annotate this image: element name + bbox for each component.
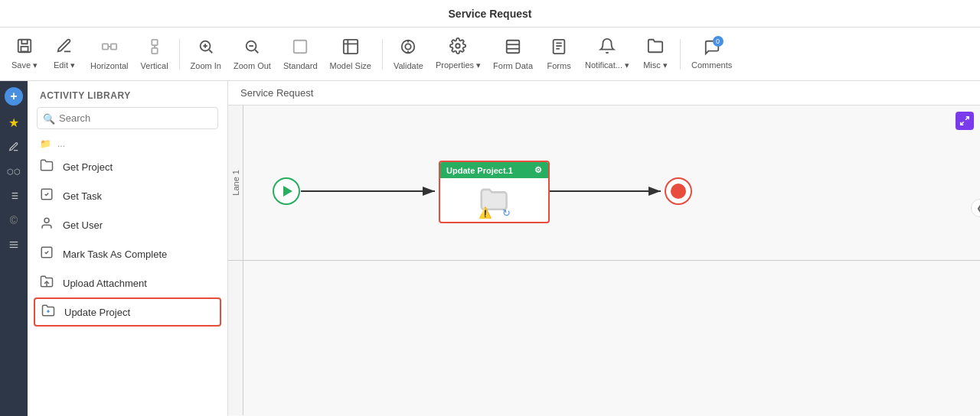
- lane-1: Lane 1: [228, 106, 980, 261]
- save-icon: [16, 37, 33, 58]
- toolbar-validate-label: Validate: [394, 61, 423, 70]
- svg-point-20: [456, 44, 461, 48]
- toolbar: Save ▾ Edit ▾ Horizontal Vertical: [0, 28, 980, 81]
- edit-icon: [56, 37, 73, 58]
- app-title: Service Request: [449, 8, 532, 20]
- canvas-expand-button[interactable]: [956, 112, 974, 130]
- task-node-icon-area: ⚠️ ↻: [479, 184, 511, 216]
- lane-1-label-container: Lane 1: [228, 106, 243, 260]
- flow-end-node[interactable]: [665, 177, 692, 205]
- sidebar-item-upload-attachment[interactable]: Upload Attachment: [28, 268, 227, 297]
- start-play-icon: [283, 186, 292, 197]
- star-icon-btn[interactable]: ★: [3, 112, 24, 133]
- toolbar-standard[interactable]: Standard: [279, 35, 322, 73]
- svg-rect-15: [344, 39, 358, 53]
- main-layout: + ★ ⬡⬡ © ACTIVITY LIBRARY 🔍: [0, 81, 980, 416]
- standard-icon: [292, 38, 309, 59]
- toolbar-validate[interactable]: Validate: [389, 35, 428, 73]
- task-node-title: Update Project.1: [446, 166, 513, 175]
- toolbar-model-size[interactable]: Model Size: [325, 35, 376, 73]
- lane-2-label-container: [228, 261, 243, 416]
- toolbar-zoom-out[interactable]: Zoom Out: [229, 35, 276, 73]
- canvas-area: Service Request Lane 1: [228, 81, 980, 416]
- sidebar-item-get-project[interactable]: Get Project: [28, 152, 227, 181]
- task-node-update-project[interactable]: Update Project.1 ⚙ ⚠️ ↻: [439, 161, 550, 223]
- svg-rect-14: [294, 40, 307, 53]
- toolbar-save-label: Save ▾: [11, 60, 38, 70]
- sidebar-items-list: 📁... Get Project Get Task: [28, 135, 227, 416]
- toolbar-properties[interactable]: Properties ▾: [431, 34, 485, 73]
- edit-icon-btn[interactable]: [3, 136, 24, 158]
- sidebar-scrolled-item: 📁...: [28, 135, 227, 152]
- zoom-in-icon: [198, 38, 214, 59]
- sidebar-item-label-mark-task: Mark Task As Complete: [63, 249, 167, 260]
- comments-badge: 0: [713, 36, 724, 47]
- search-input[interactable]: [37, 107, 218, 129]
- svg-rect-4: [152, 39, 157, 44]
- task-warning-icon: ⚠️: [479, 206, 492, 219]
- toolbar-forms[interactable]: Forms: [541, 35, 577, 73]
- toolbar-zoom-in[interactable]: Zoom In: [186, 35, 226, 73]
- sidebar-item-label-upload-attachment: Upload Attachment: [63, 278, 147, 289]
- form-data-icon: [505, 38, 521, 59]
- flow-start-node[interactable]: [273, 177, 300, 205]
- toolbar-horizontal[interactable]: Horizontal: [86, 35, 133, 73]
- zoom-out-icon: [243, 38, 260, 59]
- toolbar-comments-label: Comments: [691, 60, 732, 70]
- svg-rect-5: [152, 47, 157, 53]
- svg-point-17: [406, 44, 411, 49]
- sidebar-item-get-user[interactable]: Get User: [28, 210, 227, 239]
- end-stop-icon: [671, 184, 686, 199]
- lane-2: [228, 261, 980, 416]
- toolbar-properties-label: Properties ▾: [436, 60, 481, 70]
- add-button[interactable]: +: [5, 87, 23, 106]
- svg-rect-21: [507, 40, 520, 53]
- toolbar-vertical-label: Vertical: [141, 61, 168, 70]
- svg-point-37: [44, 218, 49, 223]
- sidebar-header: ACTIVITY LIBRARY: [28, 81, 227, 107]
- toolbar-forms-label: Forms: [547, 61, 570, 70]
- left-icon-bar: + ★ ⬡⬡ ©: [0, 81, 28, 416]
- get-user-icon: [40, 216, 55, 233]
- toolbar-comments[interactable]: 0 Comments: [687, 36, 737, 73]
- model-size-icon: [342, 38, 359, 59]
- toolbar-notifications[interactable]: Notificat... ▾: [580, 34, 634, 73]
- top-bar: Service Request: [0, 0, 980, 28]
- toolbar-save[interactable]: Save ▾: [6, 34, 43, 73]
- sidebar-item-label-get-user: Get User: [63, 219, 103, 231]
- toolbar-misc[interactable]: Misc ▾: [637, 34, 674, 73]
- toolbar-misc-label: Misc ▾: [643, 60, 668, 70]
- sidebar-item-update-project[interactable]: Update Project: [34, 297, 221, 327]
- circle-c-icon-btn[interactable]: ©: [3, 210, 24, 231]
- dots-icon-btn[interactable]: ⬡⬡: [3, 161, 24, 182]
- sidebar-item-label-get-project: Get Project: [63, 161, 113, 173]
- menu-icon-btn[interactable]: [3, 234, 24, 255]
- horizontal-icon: [101, 38, 118, 59]
- get-project-icon: [40, 158, 55, 175]
- list-icon-btn[interactable]: [3, 185, 24, 206]
- mark-task-icon: [40, 245, 55, 262]
- lane-1-label: Lane 1: [231, 170, 240, 196]
- sidebar-item-get-task[interactable]: Get Task: [28, 181, 227, 210]
- toolbar-edit-label: Edit ▾: [54, 60, 75, 70]
- toolbar-horizontal-label: Horizontal: [90, 61, 129, 70]
- forms-icon: [550, 38, 567, 59]
- toolbar-form-data-label: Form Data: [493, 61, 533, 70]
- properties-icon: [449, 37, 466, 58]
- search-container: 🔍: [37, 107, 218, 129]
- toolbar-form-data[interactable]: Form Data: [488, 35, 537, 73]
- validate-icon: [400, 38, 416, 59]
- canvas-inner[interactable]: Lane 1 Update Project.1 ⚙: [228, 106, 980, 415]
- misc-icon: [647, 37, 664, 58]
- canvas-title: Service Request: [228, 81, 980, 106]
- sidebar-item-mark-task-complete[interactable]: Mark Task As Complete: [28, 239, 227, 268]
- task-node-body: ⚠️ ↻: [440, 178, 548, 222]
- task-node-header: Update Project.1 ⚙: [440, 162, 548, 178]
- toolbar-vertical[interactable]: Vertical: [136, 35, 173, 73]
- toolbar-zoom-in-label: Zoom In: [191, 61, 221, 70]
- notifications-icon: [599, 37, 616, 58]
- toolbar-model-size-label: Model Size: [330, 61, 371, 70]
- toolbar-edit[interactable]: Edit ▾: [46, 34, 83, 73]
- task-node-settings-icon[interactable]: ⚙: [534, 165, 542, 175]
- toolbar-notifications-label: Notificat... ▾: [585, 60, 629, 70]
